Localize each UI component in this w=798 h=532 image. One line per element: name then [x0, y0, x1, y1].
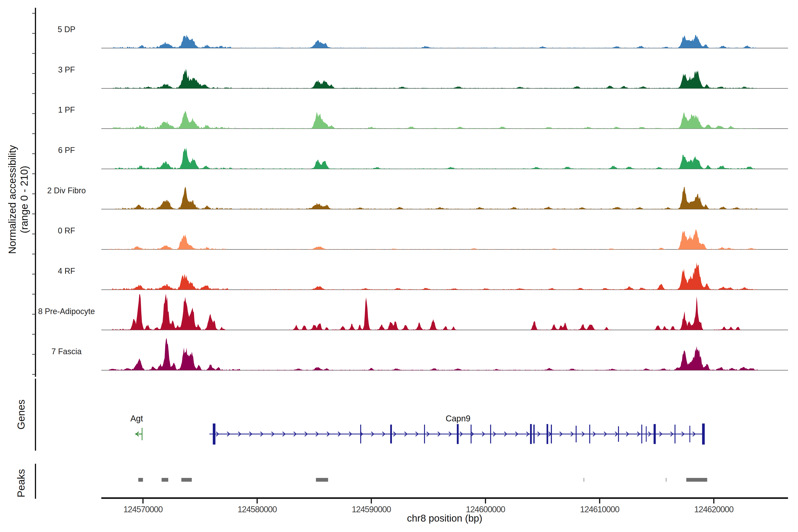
track-signal-1-pf: [109, 111, 759, 129]
x-axis-tick: [485, 499, 486, 504]
x-axis-tick: [599, 499, 600, 504]
y-axis-tick: [32, 113, 36, 114]
y-axis-tick: [32, 254, 36, 254]
peak-box: [162, 478, 168, 482]
y-axis-tick: [32, 234, 36, 234]
gene-exon-capn9: [689, 426, 690, 442]
gene-exon-capn9: [576, 426, 576, 442]
track-signal-6-pf: [109, 147, 759, 169]
track-signal-8-pre-adipocyte: [109, 294, 759, 330]
gene-exon-capn9: [471, 425, 472, 443]
gene-exon-capn9: [589, 425, 590, 443]
y-axis-tick: [32, 374, 36, 375]
gene-exon-capn9: [618, 426, 619, 442]
peaks-bracket-line: [35, 464, 36, 499]
x-axis-tick: [142, 499, 144, 504]
y-axis-tick: [32, 294, 36, 294]
gene-exon-capn9: [654, 424, 656, 444]
gene-exon-capn9: [390, 425, 392, 443]
gene-exon-capn9: [424, 425, 425, 443]
y-axis-tick: [32, 33, 36, 34]
peak-tick: [584, 478, 584, 482]
y-axis-tick: [32, 133, 36, 134]
gene-exon-capn9: [641, 425, 642, 443]
track-signal-3-pf: [109, 69, 759, 89]
y-axis-tick: [32, 73, 36, 74]
gene-exon-capn9: [674, 425, 676, 443]
gene-exon-capn9: [530, 424, 532, 444]
y-axis-tick: [32, 193, 36, 194]
track-signal-4-rf: [109, 263, 759, 290]
gene-exon-capn9: [490, 425, 491, 443]
peak-box: [181, 478, 192, 482]
track-signal-0-rf: [109, 229, 759, 250]
x-axis-tick: [257, 499, 258, 504]
peak-tick: [666, 478, 667, 482]
y-axis-tick: [32, 174, 36, 174]
gene-exon-capn9: [551, 425, 552, 443]
gene-exon-capn9: [702, 424, 705, 445]
gene-exon-agt: [141, 428, 142, 440]
track-signal-5-dp: [109, 35, 759, 48]
genome-browser-chart: [0, 0, 798, 532]
gene-exon-capn9: [533, 425, 535, 443]
gene-exon-capn9: [547, 424, 548, 444]
gene-exon-capn9: [457, 424, 459, 444]
gene-exon-capn9: [360, 425, 361, 443]
peak-box: [686, 478, 707, 482]
gene-exon-capn9: [646, 426, 647, 442]
y-axis-tick: [32, 53, 36, 54]
x-axis-tick: [371, 499, 372, 504]
x-axis-line: [101, 497, 788, 499]
y-axis-tick: [32, 93, 36, 94]
y-axis-tick: [32, 214, 36, 214]
y-axis-tick: [32, 13, 36, 14]
x-axis-tick: [713, 499, 715, 504]
peak-box: [316, 478, 328, 482]
y-axis-line: [35, 8, 36, 377]
y-axis-tick: [32, 314, 36, 315]
y-axis-tick: [32, 334, 36, 335]
y-axis-tick: [32, 153, 36, 154]
track-signal-2-div-fibro: [109, 187, 759, 209]
track-signal-7-fascia: [109, 338, 759, 370]
y-axis-tick: [32, 354, 36, 355]
genes-bracket-line: [35, 379, 36, 451]
gene-exon-capn9: [213, 424, 215, 445]
genome-browser-figure: Normalized accessibility (range 0 - 210)…: [0, 0, 798, 532]
peak-box: [138, 478, 143, 482]
y-axis-tick: [32, 274, 36, 274]
